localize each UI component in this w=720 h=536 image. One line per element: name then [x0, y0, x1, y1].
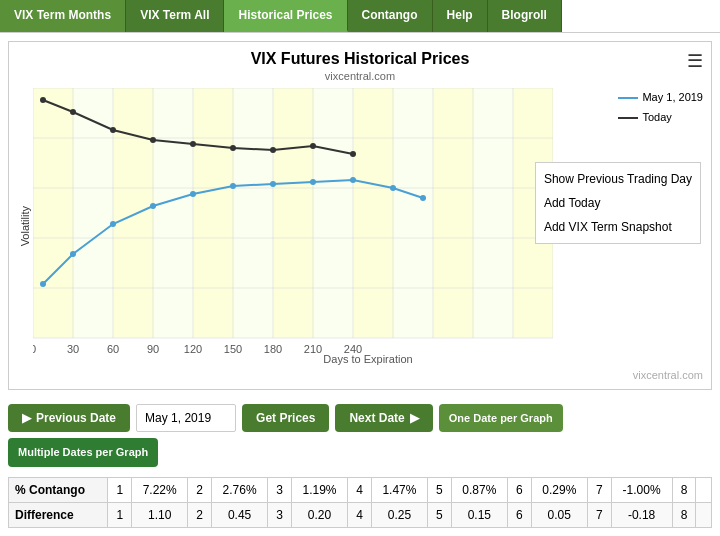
table-cell-value: 1.10: [132, 502, 188, 527]
table-cell-value: 1.19%: [291, 477, 347, 502]
svg-text:60: 60: [107, 343, 119, 355]
table-row-label: Difference: [9, 502, 108, 527]
legend-today-item: Today: [618, 108, 703, 128]
table-cell-value: [696, 502, 712, 527]
table-row-label: % Contango: [9, 477, 108, 502]
svg-point-44: [110, 127, 116, 133]
table-cell: 2: [188, 477, 212, 502]
nav-item-contango[interactable]: Contango: [348, 0, 433, 32]
table-cell-value: 0.45: [211, 502, 267, 527]
table-cell: 8: [672, 502, 696, 527]
prev-date-button[interactable]: ▶ Previous Date: [8, 404, 130, 432]
chart-svg: 19 18 17 16 15 0 30 60 90 120 150 180 21…: [33, 88, 553, 358]
table-cell-value: [696, 477, 712, 502]
table-cell: 6: [508, 477, 532, 502]
context-menu-item-prev-trading[interactable]: Show Previous Trading Day: [544, 167, 692, 191]
table-cell-value: 7.22%: [132, 477, 188, 502]
hamburger-icon[interactable]: ☰: [687, 50, 703, 72]
chart-title: VIX Futures Historical Prices: [17, 50, 703, 68]
svg-rect-2: [113, 88, 153, 338]
nav-item-vix-term-months[interactable]: VIX Term Months: [0, 0, 126, 32]
table-cell-value: 1.47%: [371, 477, 427, 502]
chart-container: ☰ VIX Futures Historical Prices vixcentr…: [8, 41, 712, 390]
svg-text:150: 150: [224, 343, 242, 355]
table-cell: 1: [108, 502, 132, 527]
table-cell: 4: [348, 502, 372, 527]
source-text: Source: VIXCentral: [0, 532, 720, 536]
table-cell-value: 2.76%: [211, 477, 267, 502]
legend-today-label: Today: [642, 108, 671, 128]
table-cell-value: 0.25: [371, 502, 427, 527]
controls-bar: ▶ Previous Date Get Prices Next Date ▶ O…: [0, 398, 720, 473]
table-cell: 2: [188, 502, 212, 527]
table-cell-value: -0.18: [611, 502, 672, 527]
next-arrow-icon: ▶: [410, 411, 419, 425]
nav-item-vix-term-all[interactable]: VIX Term All: [126, 0, 224, 32]
get-prices-button[interactable]: Get Prices: [242, 404, 329, 432]
svg-rect-6: [433, 88, 473, 338]
svg-point-42: [40, 97, 46, 103]
svg-text:210: 210: [304, 343, 322, 355]
table-cell: 7: [587, 502, 611, 527]
svg-point-52: [70, 251, 76, 257]
table-cell: 3: [268, 502, 292, 527]
table-cell-value: 0.29%: [531, 477, 587, 502]
y-axis-label: Volatility: [17, 206, 33, 246]
svg-point-48: [270, 147, 276, 153]
svg-rect-4: [273, 88, 313, 338]
date-input[interactable]: [136, 404, 236, 432]
legend-date-label: May 1, 2019: [642, 88, 703, 108]
svg-point-43: [70, 109, 76, 115]
prev-arrow-icon: ▶: [22, 411, 31, 425]
context-menu-item-add-today[interactable]: Add Today: [544, 191, 692, 215]
svg-text:180: 180: [264, 343, 282, 355]
svg-point-46: [190, 141, 196, 147]
svg-point-50: [350, 151, 356, 157]
one-date-button[interactable]: One Date per Graph: [439, 404, 563, 432]
table-cell-value: -1.00%: [611, 477, 672, 502]
data-table: % Contango17.22%22.76%31.19%41.47%50.87%…: [8, 477, 712, 528]
chart-subtitle: vixcentral.com: [17, 70, 703, 82]
table-cell: 8: [672, 477, 696, 502]
svg-point-55: [190, 191, 196, 197]
svg-point-51: [40, 281, 46, 287]
table-cell: 4: [348, 477, 372, 502]
svg-point-60: [390, 185, 396, 191]
svg-text:90: 90: [147, 343, 159, 355]
next-date-button[interactable]: Next Date ▶: [335, 404, 432, 432]
svg-text:0: 0: [33, 343, 36, 355]
nav-item-help[interactable]: Help: [433, 0, 488, 32]
table-cell: 5: [428, 502, 452, 527]
table-cell-value: 0.87%: [451, 477, 507, 502]
table-cell-value: 0.20: [291, 502, 347, 527]
svg-point-49: [310, 143, 316, 149]
legend-blue-line: [618, 97, 638, 99]
table-row: Difference11.1020.4530.2040.2550.1560.05…: [9, 502, 712, 527]
table-cell: 6: [508, 502, 532, 527]
svg-point-45: [150, 137, 156, 143]
table-cell: 1: [108, 477, 132, 502]
table-cell-value: 0.15: [451, 502, 507, 527]
table-cell: 5: [428, 477, 452, 502]
multi-date-button[interactable]: Multiple Dates per Graph: [8, 438, 158, 466]
svg-point-54: [150, 203, 156, 209]
nav-item-blogroll[interactable]: Blogroll: [488, 0, 562, 32]
svg-point-57: [270, 181, 276, 187]
table-cell: 7: [587, 477, 611, 502]
svg-point-47: [230, 145, 236, 151]
svg-rect-5: [353, 88, 393, 338]
svg-rect-1: [33, 88, 73, 338]
context-menu: Show Previous Trading Day Add Today Add …: [535, 162, 701, 244]
svg-point-58: [310, 179, 316, 185]
chart-legend: May 1, 2019 Today: [618, 88, 703, 128]
nav-item-historical-prices[interactable]: Historical Prices: [224, 0, 347, 32]
svg-point-53: [110, 221, 116, 227]
context-menu-item-add-vix[interactable]: Add VIX Term Snapshot: [544, 215, 692, 239]
table-row: % Contango17.22%22.76%31.19%41.47%50.87%…: [9, 477, 712, 502]
svg-text:120: 120: [184, 343, 202, 355]
table-cell-value: 0.05: [531, 502, 587, 527]
chart-watermark: vixcentral.com: [17, 369, 703, 381]
svg-rect-3: [193, 88, 233, 338]
legend-black-line: [618, 117, 638, 119]
legend-date-item: May 1, 2019: [618, 88, 703, 108]
